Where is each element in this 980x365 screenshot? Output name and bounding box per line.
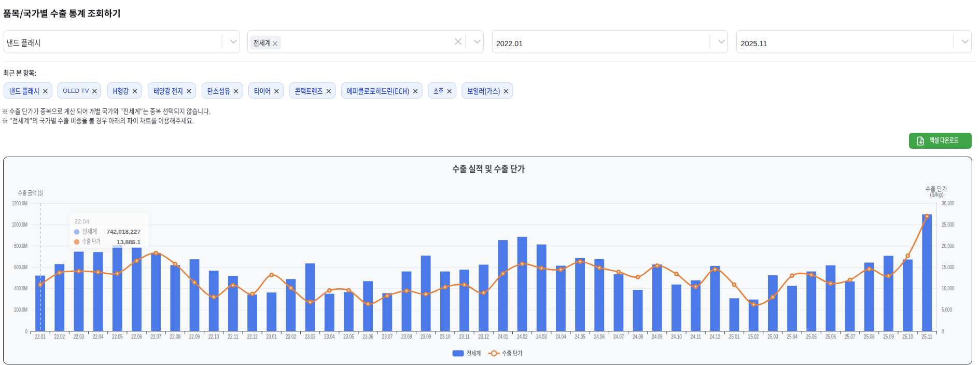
svg-text:24.10: 24.10 <box>671 333 682 340</box>
svg-text:23.09: 23.09 <box>421 333 431 340</box>
svg-text:25.02: 25.02 <box>748 333 759 340</box>
svg-text:24.02: 24.02 <box>517 333 528 340</box>
svg-text:23.05: 23.05 <box>343 333 354 340</box>
svg-text:22.11: 22.11 <box>228 333 239 340</box>
svg-text:23.03: 23.03 <box>305 333 316 340</box>
svg-text:24.01: 24.01 <box>498 333 509 340</box>
svg-text:22.12: 22.12 <box>247 333 258 340</box>
svg-text:22.05: 22.05 <box>112 333 123 340</box>
svg-text:742,018,227: 742,018,227 <box>106 228 141 235</box>
svg-text:22.03: 22.03 <box>74 333 85 340</box>
svg-text:25.08: 25.08 <box>864 333 875 340</box>
svg-text:22.08: 22.08 <box>170 333 181 340</box>
svg-text:25.01: 25.01 <box>729 333 740 340</box>
svg-text:10,000: 10,000 <box>942 286 955 291</box>
svg-text:24.03: 24.03 <box>536 333 547 340</box>
svg-text:25.05: 25.05 <box>806 333 817 340</box>
svg-text:23.08: 23.08 <box>401 333 412 340</box>
svg-text:($/kg): ($/kg) <box>930 192 943 198</box>
svg-text:25.09: 25.09 <box>883 333 894 340</box>
svg-text:24.09: 24.09 <box>652 333 663 340</box>
svg-text:24.11: 24.11 <box>691 333 702 340</box>
svg-text:24.05: 24.05 <box>575 333 585 340</box>
svg-text:24.07: 24.07 <box>613 333 624 340</box>
svg-text:200.0M: 200.0M <box>14 307 27 313</box>
svg-text:25.07: 25.07 <box>845 333 856 340</box>
svg-text:23.12: 23.12 <box>479 333 489 340</box>
svg-text:22.01: 22.01 <box>35 333 46 340</box>
svg-text:20,000: 20,000 <box>942 243 955 249</box>
svg-text:22.09: 22.09 <box>189 333 200 340</box>
svg-text:24.08: 24.08 <box>633 333 643 340</box>
svg-text:23.04: 23.04 <box>324 333 335 340</box>
svg-text:800.0M: 800.0M <box>14 243 27 249</box>
svg-text:24.12: 24.12 <box>710 333 721 340</box>
svg-text:22.02: 22.02 <box>54 333 65 340</box>
svg-text:400.0M: 400.0M <box>14 286 27 291</box>
svg-text:0: 0 <box>942 329 944 334</box>
svg-text:2025.11: 2025.11 <box>741 39 767 48</box>
svg-text:13,885.1: 13,885.1 <box>117 238 141 246</box>
svg-text:25.03: 25.03 <box>767 333 778 340</box>
svg-text:600.0M: 600.0M <box>14 264 27 270</box>
svg-text:22.04: 22.04 <box>75 218 90 224</box>
svg-text:24.06: 24.06 <box>594 333 605 340</box>
svg-text:OLED TV: OLED TV <box>63 87 89 94</box>
svg-text:15,000: 15,000 <box>942 264 955 270</box>
svg-text:22.04: 22.04 <box>93 333 104 340</box>
svg-text:0: 0 <box>25 329 28 334</box>
svg-text:25.10: 25.10 <box>902 333 913 340</box>
svg-text:23.07: 23.07 <box>382 333 393 340</box>
svg-text:25.11: 25.11 <box>922 333 933 340</box>
svg-text:23.02: 23.02 <box>286 333 297 340</box>
svg-text:22.10: 22.10 <box>208 333 219 340</box>
svg-text:25.06: 25.06 <box>825 333 836 340</box>
svg-text:2022.01: 2022.01 <box>496 39 523 48</box>
svg-text:23.06: 23.06 <box>362 333 373 340</box>
svg-text:23.01: 23.01 <box>267 333 277 340</box>
svg-text:22.06: 22.06 <box>131 333 142 340</box>
svg-text:23.10: 23.10 <box>440 333 451 340</box>
svg-text:25.04: 25.04 <box>787 333 797 340</box>
svg-text:23.11: 23.11 <box>459 333 470 340</box>
svg-text:1000.0M: 1000.0M <box>12 222 27 228</box>
svg-text:1200.0M: 1200.0M <box>12 201 27 206</box>
svg-text:25,000: 25,000 <box>942 222 955 228</box>
svg-text:30,000: 30,000 <box>942 201 955 206</box>
svg-text:24.04: 24.04 <box>555 333 566 340</box>
svg-text:22.07: 22.07 <box>151 333 162 340</box>
svg-text:5,000: 5,000 <box>942 307 952 313</box>
